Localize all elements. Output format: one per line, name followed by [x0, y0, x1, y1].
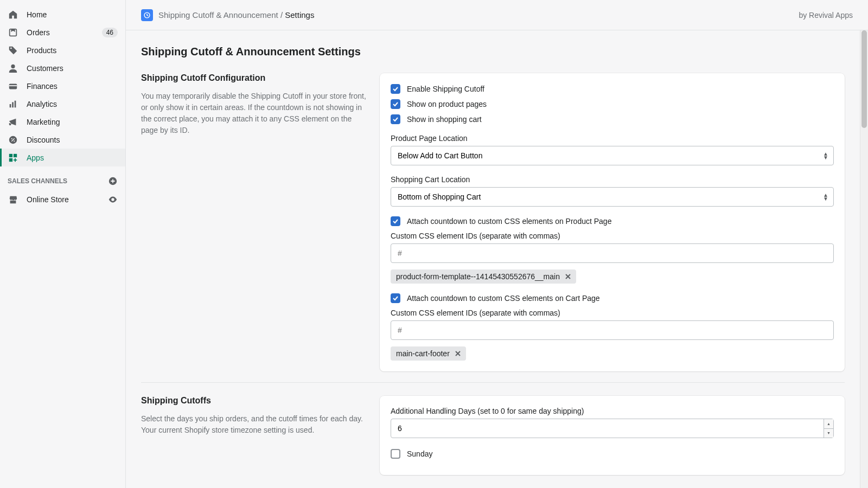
discounts-icon — [8, 134, 18, 145]
attach-cart-checkbox[interactable] — [391, 293, 400, 303]
tag-text: product-form-template--14145430552676__m… — [396, 272, 560, 281]
attach-product-checkbox[interactable] — [391, 216, 400, 226]
home-icon — [8, 9, 18, 20]
orders-icon — [8, 27, 18, 38]
enable-cutoff-checkbox[interactable] — [391, 84, 400, 94]
nav-marketing[interactable]: Marketing — [0, 113, 125, 131]
cart-location-select[interactable]: Bottom of Shopping Cart — [391, 187, 834, 207]
checkbox-label: Attach countdown to custom CSS elements … — [407, 294, 600, 303]
nav-label: Analytics — [27, 100, 118, 108]
svg-rect-6 — [15, 100, 16, 107]
remove-tag-icon[interactable] — [564, 273, 572, 280]
sales-channels-header: SALES CHANNELS — [0, 166, 125, 190]
nav-label: Marketing — [27, 118, 118, 126]
nav-online-store[interactable]: Online Store — [0, 190, 125, 208]
nav-customers[interactable]: Customers — [0, 59, 125, 77]
checkbox-label: Show on product pages — [407, 100, 487, 108]
nav-apps[interactable]: Apps — [0, 149, 125, 166]
section-desc: Select the days you ship orders, and the… — [141, 413, 369, 436]
page-title: Shipping Cutoff & Announcement Settings — [141, 46, 845, 58]
svg-rect-9 — [14, 153, 17, 157]
nav-analytics[interactable]: Analytics — [0, 95, 125, 113]
nav-label: Customers — [27, 64, 118, 73]
spinner-down-icon[interactable]: ▼ — [824, 429, 833, 438]
cutoffs-card: Additional Handling Days (set to 0 for s… — [380, 396, 845, 475]
nav-label: Discounts — [27, 136, 118, 144]
number-spinner[interactable]: ▲▼ — [824, 419, 833, 438]
customers-icon — [8, 63, 18, 74]
nav-label: Online Store — [27, 195, 108, 204]
breadcrumb-parent[interactable]: Shipping Cutoff & Announcement — [158, 10, 278, 20]
show-product-checkbox[interactable] — [391, 99, 400, 109]
cart-location-label: Shopping Cart Location — [391, 175, 834, 184]
content: Shipping Cutoff & Announcement Settings … — [126, 30, 860, 488]
checkbox-label: Attach countdown to custom CSS elements … — [407, 217, 611, 226]
analytics-icon — [8, 99, 18, 110]
breadcrumb: Shipping Cutoff & Announcement / Setting… — [158, 10, 314, 20]
app-icon — [141, 9, 153, 21]
product-css-input[interactable] — [391, 243, 834, 263]
nav-label: Home — [27, 10, 118, 19]
section-desc: You may temporarily disable the Shipping… — [141, 91, 369, 136]
sales-channels-title: SALES CHANNELS — [8, 177, 67, 185]
products-icon — [8, 45, 18, 56]
by-line: by Revival Apps — [799, 11, 853, 20]
svg-point-1 — [11, 64, 15, 68]
section-config: Shipping Cutoff Configuration You may te… — [141, 73, 845, 383]
nav-label: Products — [27, 46, 118, 55]
css-tag: product-form-template--14145430552676__m… — [391, 269, 576, 284]
handling-label: Additional Handling Days (set to 0 for s… — [391, 407, 834, 415]
sunday-checkbox[interactable] — [391, 449, 400, 459]
nav-finances[interactable]: Finances — [0, 77, 125, 95]
orders-badge: 46 — [102, 28, 118, 37]
nav-home[interactable]: Home — [0, 5, 125, 23]
nav-label: Orders — [27, 28, 102, 37]
add-channel-icon[interactable] — [108, 176, 118, 186]
svg-rect-3 — [9, 85, 17, 86]
marketing-icon — [8, 117, 18, 127]
css-ids-label: Custom CSS element IDs (separate with co… — [391, 232, 834, 240]
config-card: Enable Shipping Cutoff Show on product p… — [380, 73, 845, 371]
css-tag: main-cart-footer — [391, 346, 466, 361]
svg-rect-10 — [9, 158, 12, 161]
cart-css-input[interactable] — [391, 320, 834, 340]
section-title: Shipping Cutoffs — [141, 396, 369, 406]
apps-icon — [8, 152, 18, 163]
finances-icon — [8, 81, 18, 92]
view-store-icon[interactable] — [108, 195, 118, 204]
checkbox-label: Sunday — [407, 450, 432, 458]
sidebar: Home Orders 46 Products Customers Financ… — [0, 0, 126, 488]
store-icon — [8, 194, 18, 205]
checkbox-label: Show in shopping cart — [407, 115, 482, 124]
tag-text: main-cart-footer — [396, 349, 450, 358]
handling-days-input[interactable] — [391, 419, 834, 438]
product-location-label: Product Page Location — [391, 134, 834, 143]
nav-label: Apps — [27, 153, 118, 162]
section-title: Shipping Cutoff Configuration — [141, 73, 369, 83]
spinner-up-icon[interactable]: ▲ — [824, 419, 833, 429]
css-ids-label: Custom CSS element IDs (separate with co… — [391, 309, 834, 317]
svg-rect-8 — [9, 153, 12, 157]
scrollbar-thumb[interactable] — [861, 30, 867, 128]
topbar: Shipping Cutoff & Announcement / Setting… — [126, 0, 868, 30]
remove-tag-icon[interactable] — [454, 350, 462, 357]
checkbox-label: Enable Shipping Cutoff — [407, 85, 484, 93]
section-cutoffs: Shipping Cutoffs Select the days you shi… — [141, 396, 845, 486]
scrollbar[interactable] — [860, 30, 868, 488]
svg-rect-5 — [12, 102, 14, 107]
show-cart-checkbox[interactable] — [391, 114, 400, 124]
nav-orders[interactable]: Orders 46 — [0, 23, 125, 41]
nav-discounts[interactable]: Discounts — [0, 131, 125, 149]
product-location-select[interactable]: Below Add to Cart Button — [391, 146, 834, 165]
breadcrumb-current: Settings — [285, 10, 314, 20]
svg-rect-4 — [10, 104, 11, 107]
nav-label: Finances — [27, 82, 118, 91]
svg-rect-2 — [9, 84, 17, 89]
nav-products[interactable]: Products — [0, 41, 125, 59]
